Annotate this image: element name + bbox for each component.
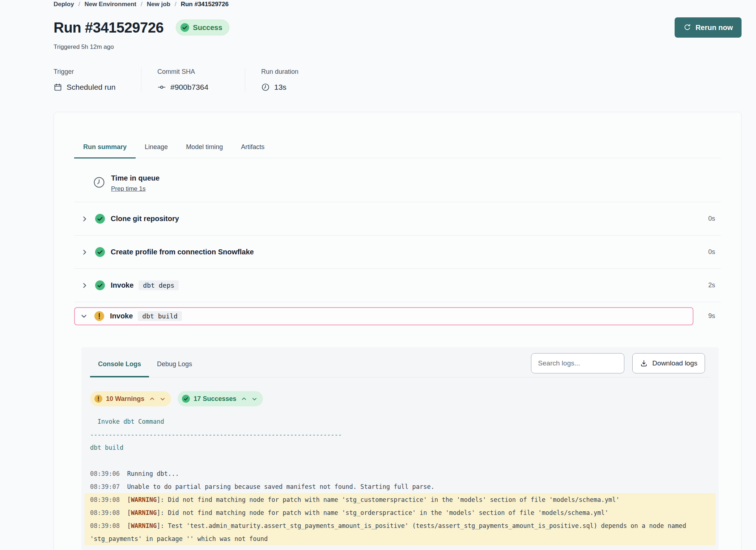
step-name: Clone git repository (111, 215, 179, 223)
chevron-right-icon[interactable] (81, 249, 88, 255)
log-line-warning: 08:39:08 [WARNING]: Did not find matchin… (85, 506, 715, 519)
breadcrumb: Deploy/New Environment/New job/Run #3415… (54, 0, 742, 8)
rerun-now-label: Rerun now (696, 24, 733, 32)
step-row-create-profile-from-connection-snowflake[interactable]: Create profile from connection Snowflake… (74, 235, 721, 268)
check-circle-icon (95, 247, 105, 257)
console-log: Invoke dbt Command----------------------… (90, 415, 710, 545)
step-row-clone-git-repository[interactable]: Clone git repository 0s (74, 202, 721, 235)
breadcrumb-item-new-job[interactable]: New job (147, 1, 170, 8)
step-main: Invoke dbt build (74, 307, 693, 325)
meta-label: Run duration (261, 68, 332, 76)
log-count-label: 17 Successes (194, 395, 236, 403)
log-timestamp: 08:39:08 (90, 522, 120, 529)
meta-label: Trigger (54, 68, 124, 76)
status-badge: Success (176, 20, 229, 35)
step-command-chip: dbt deps (139, 280, 179, 290)
step-name: Invoke (110, 312, 133, 320)
commit-icon (157, 83, 166, 92)
log-line: 08:39:06 Running dbt... (90, 467, 710, 480)
console-header: Console LogsDebug Logs Download logs (90, 351, 710, 377)
tab-model-timing[interactable]: Model timing (177, 143, 232, 158)
meta-row: Trigger Scheduled run Commit SHA #900b73… (54, 68, 742, 92)
log-count-pill-10-warnings: 10 Warnings (90, 391, 171, 406)
search-logs-input[interactable] (531, 353, 624, 373)
time-in-queue-title: Time in queue (111, 174, 160, 182)
log-warning-level: WARNING (131, 496, 157, 503)
clock-icon (261, 83, 270, 92)
refresh-icon (683, 24, 691, 31)
warning-circle-icon (94, 311, 104, 321)
meta-divider (245, 68, 245, 92)
triggered-ago-text: Triggered 5h 12m ago (54, 43, 742, 51)
warning-circle-icon (94, 395, 102, 403)
main-tabs: Run summaryLineageModel timingArtifacts (74, 143, 721, 158)
console-tab-debug-logs[interactable]: Debug Logs (149, 353, 200, 377)
breadcrumb-item-deploy[interactable]: Deploy (54, 1, 74, 8)
tab-lineage[interactable]: Lineage (136, 143, 177, 158)
log-line: dbt build (90, 441, 710, 454)
log-lines: 08:39:06 Running dbt...08:39:07 Unable t… (90, 467, 710, 545)
log-count-label: 10 Warnings (106, 395, 144, 403)
meta-value: 13s (261, 83, 332, 92)
download-logs-label: Download logs (652, 359, 697, 367)
chevron-down-icon[interactable] (81, 313, 87, 320)
console-tabs: Console LogsDebug Logs (90, 353, 200, 377)
log-line-warning: 08:39:08 [WARNING]: Test 'test.admin_mat… (85, 519, 715, 545)
breadcrumb-item-new-environment[interactable]: New Environment (84, 1, 136, 8)
meta-value: #900b7364 (157, 83, 228, 92)
chevron-right-icon[interactable] (81, 282, 88, 289)
step-duration: 9s (703, 312, 715, 320)
log-intro: Invoke dbt Command----------------------… (90, 415, 710, 467)
step-duration: 2s (703, 282, 715, 289)
log-count-pill-17-successes: 17 Successes (178, 391, 263, 406)
run-summary-card: Run summaryLineageModel timingArtifacts … (54, 112, 742, 550)
log-timestamp: 08:39:07 (90, 483, 120, 490)
step-name: Create profile from connection Snowflake (111, 248, 254, 256)
download-logs-button[interactable]: Download logs (632, 353, 705, 373)
check-circle-icon (95, 280, 105, 290)
chevron-down-icon[interactable] (252, 396, 257, 402)
log-line (90, 454, 710, 467)
console-controls: Download logs (531, 351, 710, 377)
step-main: Invoke dbt deps (81, 280, 703, 290)
step-row-invoke-dbt-build[interactable]: Invoke dbt build 9s (74, 302, 721, 330)
log-count-badges: 10 Warnings 17 Successes (90, 391, 710, 406)
step-main: Create profile from connection Snowflake (81, 247, 703, 257)
log-timestamp: 08:39:06 (90, 470, 120, 477)
breadcrumb-item-run-341529726: Run #341529726 (181, 1, 229, 8)
tab-artifacts[interactable]: Artifacts (232, 143, 273, 158)
log-warning-level: WARNING (131, 509, 157, 516)
step-main: Clone git repository (81, 214, 703, 224)
meta-column: Run duration 13s (261, 68, 349, 92)
clock-icon (93, 176, 105, 189)
steps-list: Clone git repository 0s Create profile f… (74, 202, 721, 330)
chevron-up-icon[interactable] (149, 396, 155, 402)
tab-run-summary[interactable]: Run summary (74, 143, 136, 158)
meta-value-text: #900b7364 (170, 83, 208, 92)
chevron-up-icon[interactable] (241, 396, 247, 402)
console-tab-console-logs[interactable]: Console Logs (90, 353, 149, 377)
time-in-queue-block: Time in queue Prep time 1s (74, 174, 721, 192)
log-line: Invoke dbt Command (90, 415, 710, 428)
meta-value-text: Scheduled run (67, 83, 115, 92)
console-panel: Console LogsDebug Logs Download logs 10 … (81, 347, 719, 550)
step-name: Invoke (111, 281, 133, 289)
step-command-chip: dbt build (138, 311, 182, 321)
breadcrumb-separator: / (175, 1, 177, 8)
log-timestamp: 08:39:08 (90, 496, 120, 503)
chevron-down-icon[interactable] (160, 396, 165, 402)
chevron-right-icon[interactable] (81, 216, 88, 222)
log-timestamp: 08:39:08 (90, 509, 120, 516)
meta-value: Scheduled run (54, 83, 124, 92)
meta-column: Trigger Scheduled run (54, 68, 141, 92)
calendar-icon (54, 83, 62, 92)
step-row-invoke-dbt-deps[interactable]: Invoke dbt deps 2s (74, 268, 721, 302)
status-badge-label: Success (193, 24, 222, 32)
header-row: Run #341529726 Success Rerun now (54, 17, 742, 38)
check-circle-icon (180, 23, 189, 32)
meta-value-text: 13s (274, 83, 286, 92)
rerun-now-button[interactable]: Rerun now (675, 17, 742, 38)
log-line: 08:39:07 Unable to do partial parsing be… (90, 480, 710, 493)
prep-time-link[interactable]: Prep time 1s (111, 185, 145, 192)
meta-label: Commit SHA (157, 68, 228, 76)
